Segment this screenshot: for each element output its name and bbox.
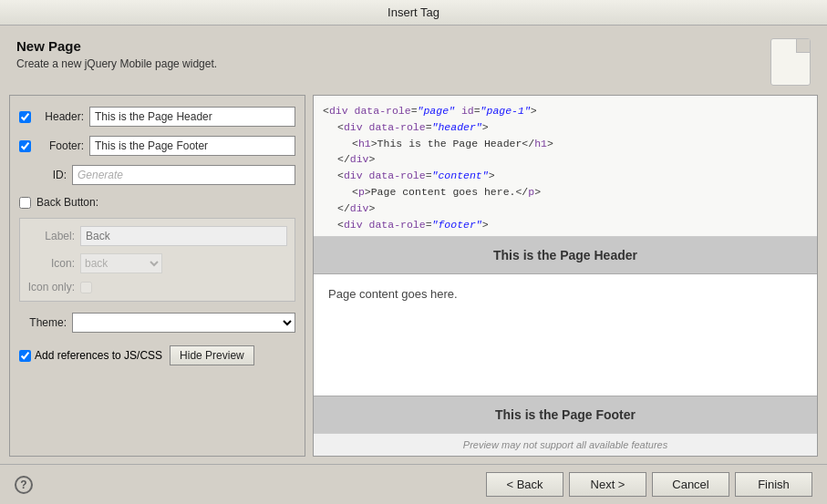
theme-row: Theme: bbox=[19, 313, 295, 333]
hide-preview-button[interactable]: Hide Preview bbox=[170, 345, 254, 365]
back-button-row: Back Button: bbox=[19, 196, 295, 209]
theme-select[interactable] bbox=[72, 313, 295, 333]
label-input bbox=[80, 226, 287, 246]
icon-select: back bbox=[80, 253, 162, 273]
code-line-7: </div> bbox=[323, 201, 808, 217]
dialog-header-subtitle: Create a new jQuery Mobile page widget. bbox=[16, 57, 217, 70]
header-input[interactable] bbox=[89, 107, 295, 127]
left-panel: Header: Footer: ID: Back Button: bbox=[9, 95, 305, 457]
dialog-middle: Header: Footer: ID: Back Button: bbox=[0, 95, 827, 464]
page-icon bbox=[770, 38, 811, 86]
code-line-3: <h1>This is the Page Header</h1> bbox=[323, 136, 808, 152]
preview-content: Page content goes here. bbox=[314, 274, 817, 396]
code-line-1: <div data-role="page" id="page-1"> bbox=[323, 103, 808, 119]
header-checkbox[interactable] bbox=[19, 111, 31, 123]
id-row: ID: bbox=[19, 165, 295, 185]
help-icon[interactable]: ? bbox=[15, 476, 33, 494]
label-row: Label: bbox=[27, 226, 287, 246]
back-button-checkbox[interactable] bbox=[19, 197, 31, 209]
id-label: ID: bbox=[19, 169, 67, 181]
dialog-header-text: New Page Create a new jQuery Mobile page… bbox=[16, 38, 217, 70]
finish-button[interactable]: Finish bbox=[735, 472, 812, 497]
add-refs-text: Add references to JS/CSS bbox=[35, 349, 162, 362]
icon-only-checkbox bbox=[80, 282, 92, 293]
right-panel: <div data-role="page" id="page-1"> <div … bbox=[313, 95, 818, 457]
footer-row: Footer: bbox=[19, 136, 295, 156]
title-bar: Insert Tag bbox=[0, 0, 827, 26]
id-input[interactable] bbox=[72, 165, 295, 185]
header-label: Header: bbox=[36, 110, 84, 123]
dialog-title: Insert Tag bbox=[388, 5, 439, 19]
preview-area: This is the Page Header Page content goe… bbox=[314, 237, 817, 456]
back-button-label: Back Button: bbox=[36, 196, 98, 209]
footer-left: ? bbox=[15, 476, 33, 494]
icon-only-row: Icon only: bbox=[27, 281, 287, 293]
header-row: Header: bbox=[19, 107, 295, 127]
code-line-6: <p>Page content goes here.</p> bbox=[323, 184, 808, 201]
icon-only-label: Icon only: bbox=[27, 281, 75, 293]
code-line-2: <div data-role="header"> bbox=[323, 119, 808, 136]
dialog-header: New Page Create a new jQuery Mobile page… bbox=[0, 26, 827, 95]
back-button-section: Label: Icon: back Icon only: bbox=[19, 218, 295, 302]
add-refs-label[interactable]: Add references to JS/CSS bbox=[19, 349, 162, 362]
footer-right: < Back Next > Cancel Finish bbox=[486, 472, 812, 497]
theme-label: Theme: bbox=[19, 316, 67, 329]
code-area: <div data-role="page" id="page-1"> <div … bbox=[314, 96, 817, 237]
cancel-button[interactable]: Cancel bbox=[652, 472, 729, 497]
back-button[interactable]: < Back bbox=[486, 472, 563, 497]
icon-label: Icon: bbox=[27, 257, 75, 270]
code-line-4: </div> bbox=[323, 151, 808, 168]
preview-footer: This is the Page Footer bbox=[314, 396, 817, 433]
next-button[interactable]: Next > bbox=[569, 472, 646, 497]
dialog-footer: ? < Back Next > Cancel Finish bbox=[0, 464, 827, 504]
label-label: Label: bbox=[27, 230, 75, 242]
footer-label: Footer: bbox=[36, 139, 84, 152]
preview-content-text: Page content goes here. bbox=[328, 287, 458, 301]
icon-row: Icon: back bbox=[27, 253, 287, 273]
footer-checkbox[interactable] bbox=[19, 140, 31, 152]
preview-note: Preview may not support all available fe… bbox=[314, 433, 817, 456]
dialog-body: New Page Create a new jQuery Mobile page… bbox=[0, 26, 827, 464]
add-refs-checkbox[interactable] bbox=[19, 350, 31, 362]
footer-input[interactable] bbox=[89, 136, 295, 156]
dialog-header-title: New Page bbox=[16, 38, 217, 54]
bottom-actions: Add references to JS/CSS Hide Preview bbox=[19, 345, 295, 365]
code-line-5: <div data-role="content"> bbox=[323, 168, 808, 184]
code-line-8: <div data-role="footer"> bbox=[323, 217, 808, 233]
preview-header: This is the Page Header bbox=[314, 237, 817, 274]
